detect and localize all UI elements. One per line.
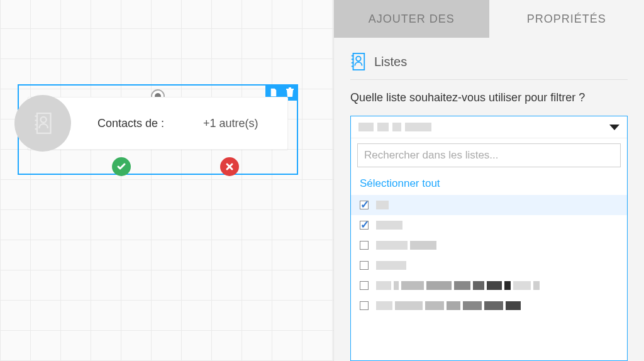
dropdown-option-label [376,301,521,310]
svg-point-1 [41,117,47,123]
dropdown-options-list[interactable] [351,195,627,360]
node-label-suffix: +1 autre(s) [203,117,258,130]
section-header: Listes [350,53,628,80]
contacts-list-icon [350,53,365,70]
filter-node-card[interactable]: Contacts de : +1 autre(s) [28,97,288,150]
dropdown-option[interactable] [351,215,627,235]
node-yes-port[interactable] [112,157,131,176]
dropdown-option[interactable] [351,235,627,255]
dropdown-option-label [376,261,406,270]
chevron-down-icon [609,125,619,130]
tab-properties[interactable]: PROPRIÉTÉS [489,0,645,38]
properties-panel: AJOUTER DES PROPRIÉTÉS Listes Quelle lis… [333,0,644,361]
checkbox[interactable] [360,281,369,290]
svg-point-7 [356,57,360,61]
select-all-button[interactable]: Sélectionner tout [351,172,627,195]
dropdown-selected-summary [358,123,431,131]
panel-tabs: AJOUTER DES PROPRIÉTÉS [334,0,644,38]
lists-dropdown[interactable]: Sélectionner tout [350,116,628,361]
dropdown-option[interactable] [351,255,627,275]
dropdown-option[interactable] [351,296,627,316]
dropdown-option-label [376,281,540,290]
section-prompt: Quelle liste souhaitez-vous utiliser pou… [350,80,628,111]
dropdown-search-input[interactable] [357,143,621,167]
dropdown-option[interactable] [351,195,627,215]
node-label: Contacts de : +1 autre(s) [71,117,287,130]
checkbox[interactable] [360,301,369,310]
checkbox[interactable] [360,261,369,270]
checkbox[interactable] [360,241,369,250]
selected-node[interactable]: Contacts de : +1 autre(s) [18,84,298,175]
tab-add[interactable]: AJOUTER DES [334,0,489,38]
dropdown-header[interactable] [351,116,627,138]
dropdown-option-label [376,221,402,230]
dropdown-option-label [376,241,436,250]
node-no-port[interactable] [220,157,239,176]
panel-section: Listes Quelle liste souhaitez-vous utili… [334,38,644,116]
workflow-canvas[interactable]: Contacts de : +1 autre(s) [0,0,333,361]
dropdown-option[interactable] [351,275,627,296]
contacts-list-icon [14,95,71,152]
node-label-prefix: Contacts de : [97,117,164,130]
checkbox[interactable] [360,221,369,230]
dropdown-option-label [376,201,389,209]
checkbox[interactable] [360,201,369,209]
section-title: Listes [374,55,407,69]
